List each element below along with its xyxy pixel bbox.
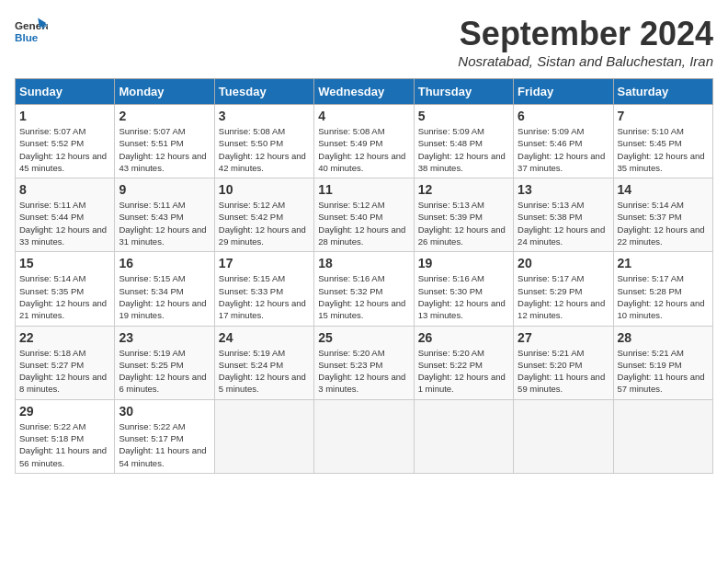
day-cell: 6Sunrise: 5:09 AM Sunset: 5:46 PM Daylig… [514,105,613,178]
day-cell: 1Sunrise: 5:07 AM Sunset: 5:52 PM Daylig… [16,105,115,178]
day-cell: 30Sunrise: 5:22 AM Sunset: 5:17 PM Dayli… [115,399,214,473]
header-cell-sunday: Sunday [16,79,115,105]
week-row-2: 8Sunrise: 5:11 AM Sunset: 5:44 PM Daylig… [16,178,713,252]
day-number: 10 [219,182,310,197]
day-cell: 25Sunrise: 5:20 AM Sunset: 5:23 PM Dayli… [314,326,414,399]
header-cell-wednesday: Wednesday [314,79,414,105]
day-number: 8 [19,182,110,197]
day-number: 29 [19,404,110,419]
day-details: Sunrise: 5:22 AM Sunset: 5:18 PM Dayligh… [19,420,110,469]
day-cell: 29Sunrise: 5:22 AM Sunset: 5:18 PM Dayli… [16,399,115,473]
day-number: 12 [418,182,509,197]
day-cell: 17Sunrise: 5:15 AM Sunset: 5:33 PM Dayli… [214,252,313,326]
day-details: Sunrise: 5:16 AM Sunset: 5:32 PM Dayligh… [318,272,409,321]
day-details: Sunrise: 5:15 AM Sunset: 5:33 PM Dayligh… [219,272,310,321]
day-cell: 3Sunrise: 5:08 AM Sunset: 5:50 PM Daylig… [214,105,313,178]
header-cell-tuesday: Tuesday [214,79,313,105]
day-number: 28 [618,330,709,345]
day-cell: 24Sunrise: 5:19 AM Sunset: 5:24 PM Dayli… [214,326,313,399]
day-cell [414,399,513,473]
day-details: Sunrise: 5:11 AM Sunset: 5:43 PM Dayligh… [119,199,210,247]
day-cell: 26Sunrise: 5:20 AM Sunset: 5:22 PM Dayli… [414,326,513,399]
day-details: Sunrise: 5:19 AM Sunset: 5:25 PM Dayligh… [119,347,210,396]
day-number: 27 [518,330,609,345]
day-details: Sunrise: 5:07 AM Sunset: 5:51 PM Dayligh… [119,125,210,174]
day-cell: 15Sunrise: 5:14 AM Sunset: 5:35 PM Dayli… [16,252,115,326]
day-details: Sunrise: 5:18 AM Sunset: 5:27 PM Dayligh… [19,347,110,396]
day-details: Sunrise: 5:17 AM Sunset: 5:29 PM Dayligh… [518,272,609,321]
day-number: 14 [618,182,709,197]
day-details: Sunrise: 5:08 AM Sunset: 5:49 PM Dayligh… [318,125,409,174]
day-details: Sunrise: 5:08 AM Sunset: 5:50 PM Dayligh… [219,125,310,174]
day-cell [514,399,613,473]
day-details: Sunrise: 5:13 AM Sunset: 5:38 PM Dayligh… [518,199,609,247]
day-details: Sunrise: 5:19 AM Sunset: 5:24 PM Dayligh… [219,347,310,396]
day-details: Sunrise: 5:15 AM Sunset: 5:34 PM Dayligh… [119,272,210,321]
day-cell: 21Sunrise: 5:17 AM Sunset: 5:28 PM Dayli… [613,252,712,326]
header-row: SundayMondayTuesdayWednesdayThursdayFrid… [16,79,713,105]
day-details: Sunrise: 5:12 AM Sunset: 5:40 PM Dayligh… [318,199,409,247]
day-cell [613,399,712,473]
day-details: Sunrise: 5:17 AM Sunset: 5:28 PM Dayligh… [618,272,709,321]
day-details: Sunrise: 5:14 AM Sunset: 5:35 PM Dayligh… [19,272,110,321]
day-cell: 5Sunrise: 5:09 AM Sunset: 5:48 PM Daylig… [414,105,513,178]
day-details: Sunrise: 5:21 AM Sunset: 5:19 PM Dayligh… [618,347,709,396]
day-number: 26 [418,330,509,345]
day-details: Sunrise: 5:22 AM Sunset: 5:17 PM Dayligh… [119,420,210,469]
day-number: 20 [518,256,609,270]
week-row-1: 1Sunrise: 5:07 AM Sunset: 5:52 PM Daylig… [16,105,713,178]
day-cell: 9Sunrise: 5:11 AM Sunset: 5:43 PM Daylig… [115,178,214,252]
day-details: Sunrise: 5:12 AM Sunset: 5:42 PM Dayligh… [219,199,310,247]
header-cell-monday: Monday [115,79,214,105]
day-number: 13 [518,182,609,197]
day-cell [314,399,414,473]
day-details: Sunrise: 5:11 AM Sunset: 5:44 PM Dayligh… [19,199,110,247]
day-cell: 14Sunrise: 5:14 AM Sunset: 5:37 PM Dayli… [613,178,712,252]
day-number: 1 [19,109,110,123]
day-cell: 4Sunrise: 5:08 AM Sunset: 5:49 PM Daylig… [314,105,414,178]
day-cell: 13Sunrise: 5:13 AM Sunset: 5:38 PM Dayli… [514,178,613,252]
day-details: Sunrise: 5:21 AM Sunset: 5:20 PM Dayligh… [518,347,609,396]
day-cell: 18Sunrise: 5:16 AM Sunset: 5:32 PM Dayli… [314,252,414,326]
day-details: Sunrise: 5:14 AM Sunset: 5:37 PM Dayligh… [618,199,709,247]
day-number: 6 [518,109,609,123]
week-row-3: 15Sunrise: 5:14 AM Sunset: 5:35 PM Dayli… [16,252,713,326]
day-number: 23 [119,330,210,345]
day-cell: 22Sunrise: 5:18 AM Sunset: 5:27 PM Dayli… [16,326,115,399]
day-number: 22 [19,330,110,345]
day-cell: 2Sunrise: 5:07 AM Sunset: 5:51 PM Daylig… [115,105,214,178]
day-number: 17 [219,256,310,270]
header-cell-thursday: Thursday [414,79,513,105]
day-number: 9 [119,182,210,197]
day-details: Sunrise: 5:10 AM Sunset: 5:45 PM Dayligh… [618,125,709,174]
day-number: 30 [119,404,210,419]
day-number: 25 [318,330,409,345]
day-cell [214,399,313,473]
week-row-4: 22Sunrise: 5:18 AM Sunset: 5:27 PM Dayli… [16,326,713,399]
calendar-table: SundayMondayTuesdayWednesdayThursdayFrid… [15,78,713,474]
day-cell: 11Sunrise: 5:12 AM Sunset: 5:40 PM Dayli… [314,178,414,252]
day-number: 15 [19,256,110,270]
logo: General Blue [15,15,48,48]
day-number: 21 [618,256,709,270]
title-area: September 2024 Nosratabad, Sistan and Ba… [458,15,713,69]
day-details: Sunrise: 5:20 AM Sunset: 5:23 PM Dayligh… [318,347,409,396]
week-row-5: 29Sunrise: 5:22 AM Sunset: 5:18 PM Dayli… [16,399,713,473]
logo-icon: General Blue [15,15,48,48]
day-number: 11 [318,182,409,197]
day-number: 7 [618,109,709,123]
header-cell-saturday: Saturday [613,79,712,105]
header-cell-friday: Friday [514,79,613,105]
day-details: Sunrise: 5:09 AM Sunset: 5:48 PM Dayligh… [418,125,509,174]
calendar-title: September 2024 [458,15,713,53]
day-cell: 7Sunrise: 5:10 AM Sunset: 5:45 PM Daylig… [613,105,712,178]
day-details: Sunrise: 5:09 AM Sunset: 5:46 PM Dayligh… [518,125,609,174]
day-cell: 12Sunrise: 5:13 AM Sunset: 5:39 PM Dayli… [414,178,513,252]
day-cell: 8Sunrise: 5:11 AM Sunset: 5:44 PM Daylig… [16,178,115,252]
day-number: 5 [418,109,509,123]
day-number: 2 [119,109,210,123]
day-details: Sunrise: 5:16 AM Sunset: 5:30 PM Dayligh… [418,272,509,321]
day-number: 16 [119,256,210,270]
day-cell: 20Sunrise: 5:17 AM Sunset: 5:29 PM Dayli… [514,252,613,326]
day-details: Sunrise: 5:20 AM Sunset: 5:22 PM Dayligh… [418,347,509,396]
